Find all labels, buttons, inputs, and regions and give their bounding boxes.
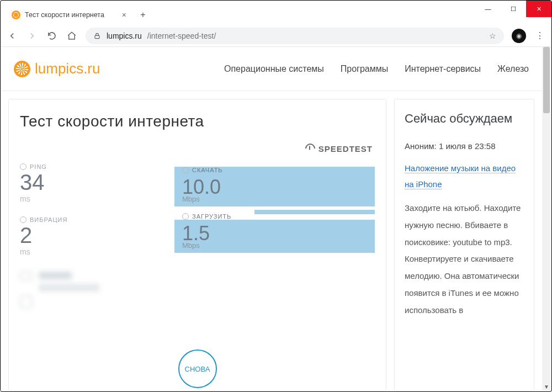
home-button[interactable] bbox=[66, 30, 78, 42]
jitter-value: 2 bbox=[20, 223, 174, 247]
browser-tab[interactable]: Тест скорости интернета × bbox=[6, 6, 132, 24]
upload-graph: ЗАГРУЗИТЬ 1.5 Mbps bbox=[174, 210, 375, 253]
logo-text: lumpics.ru bbox=[35, 60, 100, 77]
ping-label: PING bbox=[30, 163, 47, 170]
svg-rect-0 bbox=[95, 35, 99, 38]
new-tab-button[interactable]: + bbox=[135, 7, 151, 23]
speedtest-brand-text: SPEEDTEST bbox=[319, 144, 373, 153]
nav-programs[interactable]: Программы bbox=[341, 64, 388, 74]
comment-time: 1 июля в 23:58 bbox=[439, 141, 496, 151]
download-label: СКАЧАТЬ bbox=[192, 167, 223, 173]
comment-link[interactable]: Наложение музыки на видео на iPhone bbox=[405, 163, 516, 189]
jitter-metric: ВИБРАЦИЯ 2 ms bbox=[20, 216, 174, 256]
upload-label: ЗАГРУЗИТЬ bbox=[192, 213, 231, 220]
server-info-blurred bbox=[20, 272, 375, 308]
main-card: Тест скорости интернета SPEEDTEST PING 3… bbox=[8, 99, 386, 391]
jitter-icon bbox=[20, 216, 26, 223]
speedtest-brand: SPEEDTEST bbox=[305, 144, 373, 153]
run-again-label: СНОВА bbox=[185, 365, 210, 373]
comment-body: Заходите на ютьюб. Находите нужную песню… bbox=[405, 200, 524, 319]
gauge-icon bbox=[303, 141, 317, 155]
jitter-unit: ms bbox=[20, 247, 174, 256]
download-unit: Mbps bbox=[182, 195, 200, 203]
address-bar[interactable]: lumpics.ru/internet-speed-test/ ☆ bbox=[86, 28, 504, 44]
window-minimize-button[interactable]: — bbox=[475, 1, 501, 17]
url-domain: lumpics.ru bbox=[107, 31, 142, 40]
download-icon bbox=[182, 167, 189, 173]
tab-close-button[interactable]: × bbox=[122, 10, 126, 19]
forward-button[interactable] bbox=[26, 30, 38, 42]
lock-icon bbox=[93, 32, 101, 40]
sidebar-card: Сейчас обсуждаем Аноним: 1 июля в 23:58 … bbox=[394, 99, 534, 391]
site-header: lumpics.ru Операционные системы Программ… bbox=[1, 47, 542, 91]
nav-internet-services[interactable]: Интернет-сервисы bbox=[405, 64, 481, 74]
nav-hardware[interactable]: Железо bbox=[497, 64, 529, 74]
jitter-label: ВИБРАЦИЯ bbox=[30, 216, 67, 223]
device-icon bbox=[20, 272, 32, 280]
upload-icon bbox=[182, 213, 189, 220]
ping-icon bbox=[20, 163, 26, 170]
scroll-down-button[interactable]: ▼ bbox=[542, 382, 551, 391]
upload-unit: Mbps bbox=[182, 241, 200, 250]
download-graph: СКАЧАТЬ 10.0 Mbps bbox=[174, 163, 375, 206]
ping-metric: PING 34 ms bbox=[20, 163, 174, 203]
favicon-icon bbox=[12, 10, 20, 19]
nav-os[interactable]: Операционные системы bbox=[224, 64, 324, 74]
window-maximize-button[interactable]: ☐ bbox=[501, 1, 526, 17]
sidebar-heading: Сейчас обсуждаем bbox=[405, 110, 524, 127]
server-icon bbox=[20, 296, 32, 308]
back-button[interactable] bbox=[6, 30, 18, 42]
tab-title: Тест скорости интернета bbox=[25, 11, 104, 19]
run-again-button[interactable]: СНОВА bbox=[178, 349, 217, 388]
ping-unit: ms bbox=[20, 194, 174, 203]
ping-value: 34 bbox=[20, 170, 174, 194]
profile-avatar-button[interactable]: ◉ bbox=[512, 29, 526, 43]
page-title: Тест скорости интернета bbox=[20, 113, 375, 130]
url-path: /internet-speed-test/ bbox=[147, 31, 216, 40]
window-close-button[interactable]: ✕ bbox=[526, 1, 551, 17]
comment-author: Аноним: bbox=[405, 141, 437, 151]
site-logo[interactable]: lumpics.ru bbox=[14, 60, 100, 77]
logo-icon bbox=[14, 61, 30, 77]
browser-menu-button[interactable]: ⋮ bbox=[534, 30, 546, 42]
bookmark-star-button[interactable]: ☆ bbox=[489, 31, 496, 40]
vertical-scrollbar[interactable]: ▲ ▼ bbox=[542, 47, 551, 391]
reload-button[interactable] bbox=[46, 30, 58, 42]
scrollbar-thumb[interactable] bbox=[543, 47, 550, 113]
